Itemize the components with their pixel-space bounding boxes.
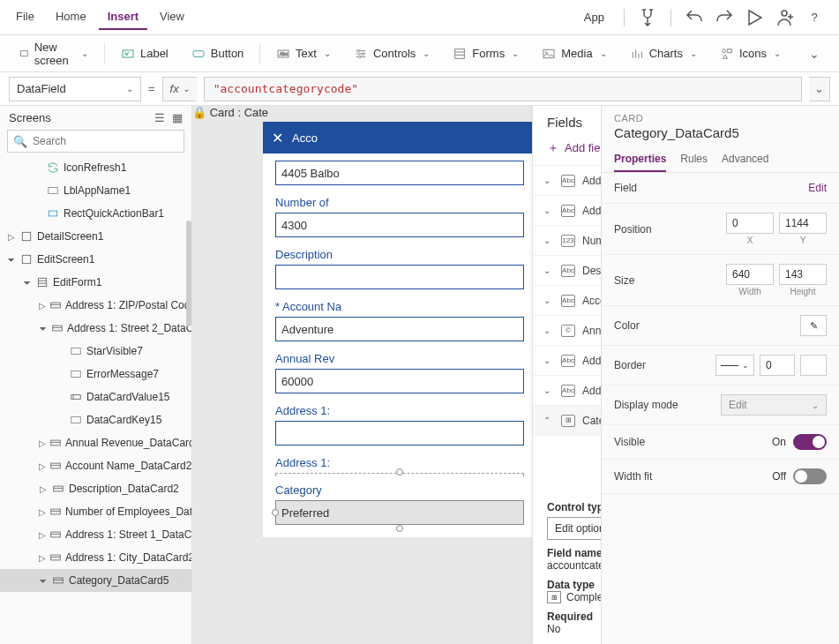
field-value[interactable]: Adventure	[275, 317, 524, 341]
add-field-button[interactable]: ＋Add field	[547, 140, 601, 156]
border-style-select[interactable]: ⌄	[715, 355, 754, 376]
thumbnail-view-icon[interactable]: ▦	[172, 111, 183, 124]
tree-node[interactable]: ⏷Category_DataCard5	[0, 569, 191, 592]
ribbon-button[interactable]: Button	[183, 43, 253, 64]
undo-icon[interactable]	[684, 7, 705, 28]
tree-node[interactable]: ▷Address 1: City_DataCard2	[0, 546, 191, 569]
position-y-input[interactable]: 1144	[779, 213, 827, 234]
tree-node[interactable]: RectQuickActionBar1	[0, 202, 191, 225]
svg-rect-25	[51, 440, 61, 446]
tree-node[interactable]: ▷Number of Employees_Data	[0, 500, 191, 523]
color-picker[interactable]: ✎	[800, 315, 827, 336]
ribbon-overflow[interactable]: ⌄	[798, 43, 828, 64]
tree-label: Address 1: ZIP/Postal Code_	[65, 299, 191, 311]
ribbon-new-screen[interactable]: New screen⌄	[11, 37, 97, 71]
border-width-input[interactable]: 0	[760, 355, 795, 376]
control-type-select[interactable]: Edit option set single-select⌄	[547, 517, 601, 540]
svg-rect-14	[49, 188, 58, 194]
tree-node[interactable]: IconRefresh1	[0, 156, 191, 179]
tab-properties[interactable]: Properties	[614, 147, 666, 172]
app-checker-icon[interactable]	[637, 7, 658, 28]
formula-input[interactable]: "accountcategorycode"	[204, 77, 802, 101]
tree-node[interactable]: LblAppName1	[0, 179, 191, 202]
tree-node[interactable]: DataCardValue15	[0, 386, 191, 408]
tree-icon	[49, 505, 62, 519]
tree-icon	[51, 321, 64, 335]
prop-border-label: Border	[614, 359, 646, 371]
app-button[interactable]: App	[577, 7, 611, 27]
svg-point-12	[723, 49, 726, 52]
paint-icon: ✎	[810, 320, 818, 332]
svg-rect-17	[22, 255, 30, 263]
field-row[interactable]: ⌄AbcAddress 1: City	[533, 166, 601, 196]
tree-node[interactable]: ⏷EditForm1	[0, 271, 191, 294]
property-selector[interactable]: DataField⌄	[9, 77, 141, 101]
tab-rules[interactable]: Rules	[680, 147, 708, 172]
field-row[interactable]: ⌃⊞Category⋯	[533, 406, 601, 436]
tree-label: DataCardKey15	[86, 414, 161, 426]
tree-label: EditScreen1	[37, 253, 94, 266]
field-row[interactable]: ⌄AbcDescription	[533, 256, 601, 286]
tree-icon	[46, 161, 60, 175]
tree-node[interactable]: ▷Description_DataCard2	[0, 477, 191, 500]
tree-node[interactable]: StarVisible7	[0, 340, 191, 363]
visible-toggle[interactable]	[793, 434, 827, 450]
field-edit-link[interactable]: Edit	[808, 182, 827, 194]
formula-expand-icon[interactable]: ⌄	[809, 77, 830, 101]
field-value[interactable]: 60000	[275, 369, 524, 393]
close-icon[interactable]: ✕	[272, 130, 283, 146]
menu-insert[interactable]: Insert	[99, 4, 147, 30]
ribbon-forms[interactable]: Forms⌄	[444, 43, 528, 64]
share-icon[interactable]	[774, 7, 795, 28]
fx-button[interactable]: fx⌄	[162, 77, 197, 101]
tree-node[interactable]: ▷Annual Revenue_DataCard2	[0, 431, 191, 454]
menu-home[interactable]: Home	[47, 4, 95, 30]
tab-advanced[interactable]: Advanced	[722, 147, 768, 172]
tree-node[interactable]: ▷Account Name_DataCard2	[0, 454, 191, 477]
field-label: Account Na	[275, 300, 524, 313]
field-row[interactable]: ⌄AbcAddress 1: ZIP/Postal Code	[533, 376, 601, 406]
border-color-picker[interactable]	[800, 355, 827, 376]
tree-node[interactable]: DataCardKey15	[0, 408, 191, 431]
field-row[interactable]: ⌄©Annual Revenue	[533, 316, 601, 346]
selected-card[interactable]: Preferred	[275, 500, 524, 525]
field-row[interactable]: ⌄AbcAddress 1: Street 2	[533, 346, 601, 376]
help-icon[interactable]: ?	[804, 7, 825, 28]
size-width-input[interactable]: 640	[726, 264, 774, 285]
field-row[interactable]: ⌄123Number of Employees	[533, 226, 601, 256]
tree-node[interactable]: ▷Address 1: ZIP/Postal Code_	[0, 294, 191, 317]
ribbon-media[interactable]: Media⌄	[533, 43, 615, 64]
play-icon[interactable]	[744, 7, 765, 28]
field-value[interactable]: 4405 Balbo	[275, 161, 524, 185]
ribbon-text[interactable]: Abc Text⌄	[267, 43, 340, 64]
ribbon-icons[interactable]: Icons⌄	[711, 43, 790, 64]
tree-node[interactable]: ▷DetailScreen1	[0, 225, 191, 248]
ribbon-controls[interactable]: Controls⌄	[345, 43, 438, 64]
tree-node[interactable]: ▷Address 1: Street 1_DataCar	[0, 523, 191, 546]
scrollbar-thumb[interactable]	[186, 221, 191, 326]
field-value[interactable]	[275, 421, 524, 446]
field-detail: Control type Edit option set single-sele…	[533, 485, 601, 644]
tree-view-icon[interactable]: ☰	[154, 111, 165, 124]
tree-search[interactable]: 🔍	[7, 130, 184, 153]
tree-node[interactable]: ⏷Address 1: Street 2_DataCar	[0, 317, 191, 340]
tree-label: LblAppName1	[64, 184, 131, 197]
tree-node[interactable]: ErrorMessage7	[0, 363, 191, 386]
tree-label: Address 1: City_DataCard2	[65, 551, 191, 564]
redo-icon[interactable]	[714, 7, 735, 28]
size-height-input[interactable]: 143	[779, 264, 827, 285]
ribbon-label[interactable]: Label	[112, 43, 177, 64]
search-input[interactable]	[33, 135, 178, 147]
tree-node[interactable]: ⏷EditScreen1	[0, 248, 191, 271]
ribbon-charts[interactable]: Charts⌄	[621, 43, 706, 64]
menu-file[interactable]: File	[7, 4, 43, 30]
display-mode-select[interactable]: Edit⌄	[721, 394, 827, 416]
menu-view[interactable]: View	[151, 4, 193, 30]
field-value[interactable]: 4300	[275, 213, 524, 237]
svg-rect-1	[20, 50, 27, 56]
widthfit-toggle[interactable]	[793, 468, 827, 484]
field-row[interactable]: ⌄AbcAccount Name	[533, 286, 601, 316]
position-x-input[interactable]: 0	[726, 213, 774, 234]
field-value[interactable]	[275, 265, 524, 289]
field-row[interactable]: ⌄AbcAddress 1: Street 1	[533, 196, 601, 226]
